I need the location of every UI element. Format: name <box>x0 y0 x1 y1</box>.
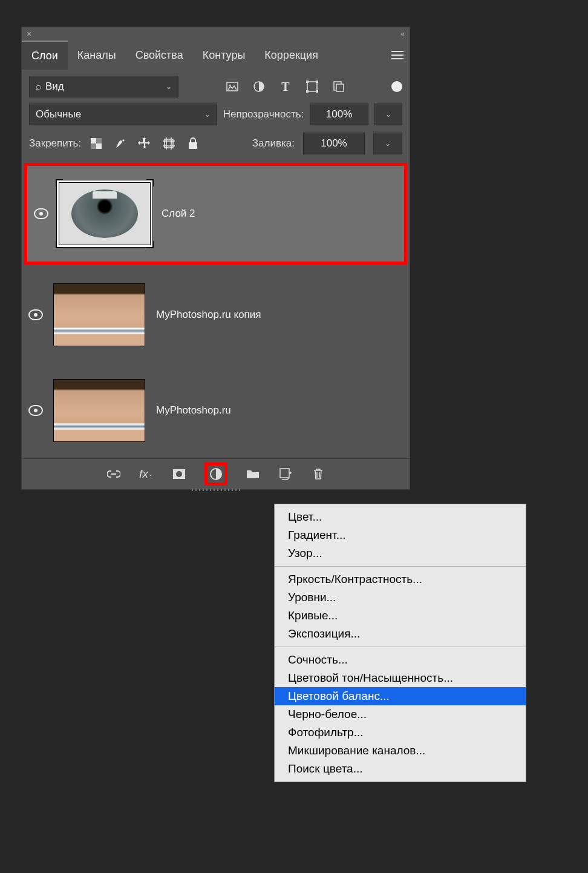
search-icon: ⌕ <box>36 81 42 92</box>
layer-name[interactable]: Слой 2 <box>162 208 195 220</box>
tab-contours[interactable]: Контуры <box>193 41 255 70</box>
svg-rect-19 <box>189 142 197 149</box>
tab-adjustments[interactable]: Коррекция <box>255 41 328 70</box>
tab-properties[interactable]: Свойства <box>126 41 193 70</box>
layer-row[interactable]: MyPhotoshop.ru <box>22 363 410 458</box>
tab-channels[interactable]: Каналы <box>68 41 126 70</box>
link-layers-icon[interactable] <box>106 467 121 481</box>
new-layer-icon[interactable] <box>278 467 293 481</box>
layers-list: Слой 2 MyPhotoshop.ru копия MyPhotoshop.… <box>22 163 410 458</box>
svg-rect-12 <box>96 138 102 143</box>
panel-header: × « <box>22 27 410 41</box>
layer-thumbnail[interactable] <box>59 182 151 245</box>
lock-all-icon[interactable] <box>186 137 200 150</box>
svg-rect-9 <box>336 84 344 91</box>
svg-rect-10 <box>91 138 96 143</box>
lock-artboard-icon[interactable] <box>162 137 175 150</box>
visibility-toggle[interactable] <box>22 405 50 416</box>
visibility-toggle[interactable] <box>22 309 50 320</box>
layer-row[interactable]: Слой 2 <box>27 166 404 262</box>
menu-item[interactable]: Градиент... <box>275 526 526 544</box>
lock-label: Закрепить: <box>29 137 81 150</box>
chevron-down-icon: ⌄ <box>204 110 211 119</box>
svg-rect-13 <box>91 143 96 149</box>
kind-label: Вид <box>45 81 64 93</box>
panel-menu-button[interactable] <box>385 41 410 70</box>
svg-rect-14 <box>165 139 173 148</box>
menu-item[interactable]: Фотофильтр... <box>275 723 526 742</box>
filter-text-icon[interactable]: T <box>279 80 292 93</box>
kind-dropdown[interactable]: ⌕Вид ⌄ <box>29 76 178 97</box>
layer-thumbnail[interactable] <box>53 379 145 442</box>
opacity-chevron[interactable]: ⌄ <box>374 104 402 125</box>
menu-item[interactable]: Уровни... <box>275 588 526 607</box>
layer-thumbnail[interactable] <box>53 283 145 346</box>
eye-icon <box>28 309 43 320</box>
svg-point-21 <box>176 471 182 477</box>
blend-mode-label: Обычные <box>36 108 81 120</box>
opacity-label: Непрозрачность: <box>223 108 304 120</box>
fx-icon[interactable]: fx⌄ <box>139 467 154 481</box>
menu-item[interactable]: Цветовой тон/Насыщенность... <box>275 669 526 687</box>
adjustment-layer-icon[interactable] <box>209 467 223 481</box>
filter-shape-icon[interactable] <box>305 80 319 93</box>
tab-layers[interactable]: Слои <box>22 41 68 70</box>
menu-item[interactable]: Кривые... <box>275 607 526 625</box>
menu-item[interactable]: Черно-белое... <box>275 705 526 723</box>
resize-grip[interactable] <box>192 489 240 491</box>
svg-rect-23 <box>280 469 289 478</box>
menu-item[interactable]: Поиск цвета... <box>275 760 526 778</box>
opacity-value[interactable]: 100% <box>310 104 368 125</box>
lock-pixels-icon[interactable] <box>114 137 127 150</box>
fill-value[interactable]: 100% <box>303 133 365 154</box>
svg-rect-11 <box>96 143 102 149</box>
menu-item[interactable]: Экспозиция... <box>275 625 526 643</box>
svg-rect-3 <box>307 82 317 91</box>
adjustment-menu: Цвет... Градиент... Узор... Яркость/Конт… <box>274 504 526 782</box>
svg-rect-5 <box>316 81 318 83</box>
svg-rect-7 <box>316 90 318 93</box>
collapse-icon[interactable]: « <box>400 30 405 38</box>
visibility-toggle[interactable] <box>27 208 55 219</box>
highlight-annotation <box>204 463 227 486</box>
layers-panel: × « Слои Каналы Свойства Контуры Коррекц… <box>21 27 410 490</box>
menu-item[interactable]: Яркость/Контрастность... <box>275 570 526 588</box>
menu-item[interactable]: Узор... <box>275 544 526 562</box>
filter-adjust-icon[interactable] <box>252 80 266 93</box>
blend-row: Обычные ⌄ Непрозрачность: 100% ⌄ <box>22 100 410 129</box>
svg-rect-4 <box>306 81 309 83</box>
folder-icon[interactable] <box>246 467 260 481</box>
eye-icon <box>34 208 48 219</box>
menu-item[interactable]: Сочность... <box>275 651 526 669</box>
menu-item[interactable]: Микширование каналов... <box>275 742 526 760</box>
filter-toggle[interactable] <box>391 81 402 92</box>
menu-item[interactable]: Цвет... <box>275 508 526 526</box>
highlight-annotation: Слой 2 <box>24 163 407 265</box>
close-icon[interactable]: × <box>27 29 31 39</box>
filter-smart-icon[interactable] <box>332 80 345 93</box>
lock-transparent-icon[interactable] <box>90 137 103 150</box>
filter-icons: T <box>226 80 345 93</box>
layer-name[interactable]: MyPhotoshop.ru <box>156 404 231 417</box>
layer-name[interactable]: MyPhotoshop.ru копия <box>156 309 261 321</box>
trash-icon[interactable] <box>311 467 325 481</box>
mask-icon[interactable] <box>172 467 186 481</box>
lock-icons <box>90 137 200 150</box>
fill-label: Заливка: <box>252 137 295 150</box>
layer-row[interactable]: MyPhotoshop.ru копия <box>22 267 410 363</box>
lock-row: Закрепить: Заливка: 100% ⌄ <box>22 129 410 160</box>
fill-chevron[interactable]: ⌄ <box>373 133 402 154</box>
svg-rect-6 <box>306 90 309 93</box>
tabs: Слои Каналы Свойства Контуры Коррекция <box>22 41 410 70</box>
lock-position-icon[interactable] <box>138 137 151 150</box>
panel-footer: fx⌄ <box>22 458 410 489</box>
filter-pixel-icon[interactable] <box>226 80 239 93</box>
filter-row: ⌕Вид ⌄ T <box>22 70 410 100</box>
eye-icon <box>28 405 43 416</box>
blend-mode-dropdown[interactable]: Обычные ⌄ <box>29 104 217 125</box>
menu-item-color-balance[interactable]: Цветовой баланс... <box>275 687 526 705</box>
chevron-down-icon: ⌄ <box>166 82 172 91</box>
